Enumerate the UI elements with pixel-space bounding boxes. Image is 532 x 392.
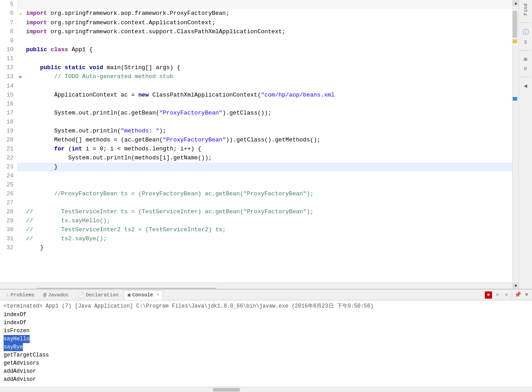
- scrollbar-marker: [513, 40, 517, 43]
- line-number: 22: [0, 154, 17, 163]
- console-line: indexOf: [4, 319, 528, 327]
- code-line-24: 24: [0, 172, 512, 181]
- console-line: sayBye: [4, 343, 528, 351]
- code-line-13: 13▶ // TODO Auto-generated method stub: [0, 72, 512, 82]
- code-line-18: 18: [0, 118, 512, 127]
- console-line: isFrozen: [4, 327, 528, 335]
- line-marker: ▶: [17, 72, 24, 82]
- line-number: 12: [0, 63, 17, 72]
- problems-label: Problems: [11, 292, 35, 298]
- info-icon[interactable]: ⓘ: [523, 28, 529, 36]
- line-number: 23: [0, 163, 17, 172]
- code-line-28: 28// TestServiceInter ts = (TestServiceI…: [0, 207, 512, 216]
- code-line-14: 14: [0, 82, 512, 91]
- code-line-17: 17 System.out.println(ac.getBean("ProxyF…: [0, 109, 512, 118]
- declaration-label: Declaration: [86, 292, 119, 298]
- s-button[interactable]: S: [524, 40, 527, 45]
- line-number: 32: [0, 243, 17, 252]
- code-lines: 56★import org.springframework.aop.framew…: [0, 0, 512, 252]
- code-container: 56★import org.springframework.aop.framew…: [0, 0, 512, 289]
- line-content: //ProxyFactoryBean ts = (ProxyFactoryBea…: [24, 189, 512, 198]
- line-number: 9: [0, 36, 17, 45]
- console-line: getTargetClass: [4, 351, 528, 359]
- line-content: import org.springframework.context.Appli…: [24, 18, 512, 27]
- javadoc-label: Javadoc: [48, 292, 69, 298]
- line-content: // ts.sayHello();: [24, 216, 512, 225]
- code-line-20: 20 Method[] methods = (ac.getBean("Proxy…: [0, 136, 512, 145]
- line-content: // TestServiceInter2 ts2 = (TestServiceI…: [24, 225, 512, 234]
- line-number: 27: [0, 198, 17, 207]
- stop-button[interactable]: ■: [485, 291, 492, 299]
- code-line-25: 25: [0, 181, 512, 189]
- clear-button[interactable]: ✕: [503, 291, 510, 299]
- line-number: 15: [0, 91, 17, 100]
- code-line-10: 10public class App1 {: [0, 45, 512, 54]
- line-number: 24: [0, 172, 17, 181]
- line-content: }: [24, 243, 512, 252]
- pin-button[interactable]: 📌: [514, 291, 521, 299]
- line-number: 18: [0, 118, 17, 127]
- grid-icon[interactable]: ⊞: [524, 56, 527, 63]
- code-line-32: 32 }: [0, 243, 512, 252]
- line-number: 7: [0, 18, 17, 27]
- console-menu-button[interactable]: ▼: [523, 291, 530, 299]
- code-line-23: 23 }: [0, 163, 512, 172]
- h-scrollbar-bottom-thumb[interactable]: [213, 388, 240, 392]
- editor-area: 56★import org.springframework.aop.framew…: [0, 0, 532, 289]
- find-label[interactable]: Find: [522, 2, 529, 17]
- code-line-27: 27: [0, 198, 512, 207]
- line-number: 19: [0, 127, 17, 136]
- console-icon: ▣: [128, 292, 131, 298]
- code-line-6: 6★import org.springframework.aop.framewo…: [0, 9, 512, 18]
- console-line: addAdvisor: [4, 367, 528, 375]
- line-number: 16: [0, 100, 17, 109]
- line-number: 11: [0, 54, 17, 63]
- horizontal-scrollbar-bottom[interactable]: [0, 387, 532, 392]
- line-number: 10: [0, 45, 17, 54]
- line-number: 30: [0, 225, 17, 234]
- line-content: ApplicationContext ac = new ClassPathXml…: [24, 91, 512, 100]
- code-line-19: 19 System.out.println("methods: ");: [0, 127, 512, 136]
- console-close-icon[interactable]: ✕: [157, 292, 159, 297]
- bottom-panel: ⚠ Problems @ Javadoc 📄 Declaration ▣ Con…: [0, 289, 532, 392]
- code-line-31: 31// ts2.sayBye();: [0, 234, 512, 243]
- arrow-icon[interactable]: ◀: [524, 83, 527, 89]
- console-label: Console: [133, 292, 153, 298]
- code-line-30: 30// TestServiceInter2 ts2 = (TestServic…: [0, 225, 512, 234]
- line-number: 21: [0, 145, 17, 154]
- tab-javadoc[interactable]: @ Javadoc: [39, 290, 73, 300]
- line-content: System.out.println("methods: ");: [24, 127, 512, 136]
- line-number: 26: [0, 189, 17, 198]
- console-lines: indexOfindexOfisFrozensayHellosayByegetT…: [4, 311, 528, 383]
- scroll-up-button[interactable]: ▲: [513, 0, 519, 6]
- tab-declaration[interactable]: 📄 Declaration: [74, 290, 123, 300]
- line-number: 25: [0, 181, 17, 189]
- tab-problems[interactable]: ⚠ Problems: [2, 290, 38, 300]
- console-output[interactable]: <terminated> App1 (7) [Java Application]…: [0, 300, 532, 387]
- line-content: System.out.println(ac.getBean("ProxyFact…: [24, 109, 512, 118]
- vertical-scrollbar[interactable]: ▲ ▼: [512, 0, 519, 289]
- tab-console[interactable]: ▣ Console ✕: [124, 290, 163, 300]
- scrollbar-thumb[interactable]: [513, 11, 517, 38]
- line-number: 17: [0, 109, 17, 118]
- line-number: 8: [0, 27, 17, 36]
- code-line-21: 21 for (int i = 0; i < methods.length; i…: [0, 145, 512, 154]
- declaration-icon: 📄: [78, 292, 84, 298]
- line-number: 29: [0, 216, 17, 225]
- horizontal-scrollbar[interactable]: [0, 282, 512, 289]
- code-line-15: 15 ApplicationContext ac = new ClassPath…: [0, 91, 512, 100]
- line-content: for (int i = 0; i < methods.length; i++)…: [24, 145, 512, 154]
- terminate-button[interactable]: ✕: [494, 291, 501, 299]
- o-button[interactable]: O: [524, 66, 527, 71]
- problems-icon: ⚠: [6, 292, 9, 298]
- console-line: sayHello: [4, 335, 528, 343]
- h-scrollbar-thumb[interactable]: [37, 288, 217, 289]
- tab-bar: ⚠ Problems @ Javadoc 📄 Declaration ▣ Con…: [0, 290, 532, 300]
- line-number: 5: [0, 0, 17, 9]
- line-content: // ts2.sayBye();: [24, 234, 512, 243]
- javadoc-icon: @: [43, 292, 46, 298]
- line-marker: ★: [17, 9, 24, 18]
- code-scroll[interactable]: 56★import org.springframework.aop.framew…: [0, 0, 512, 282]
- scroll-down-button[interactable]: ▼: [513, 282, 519, 289]
- code-line-12: 12 public static void main(String[] args…: [0, 63, 512, 72]
